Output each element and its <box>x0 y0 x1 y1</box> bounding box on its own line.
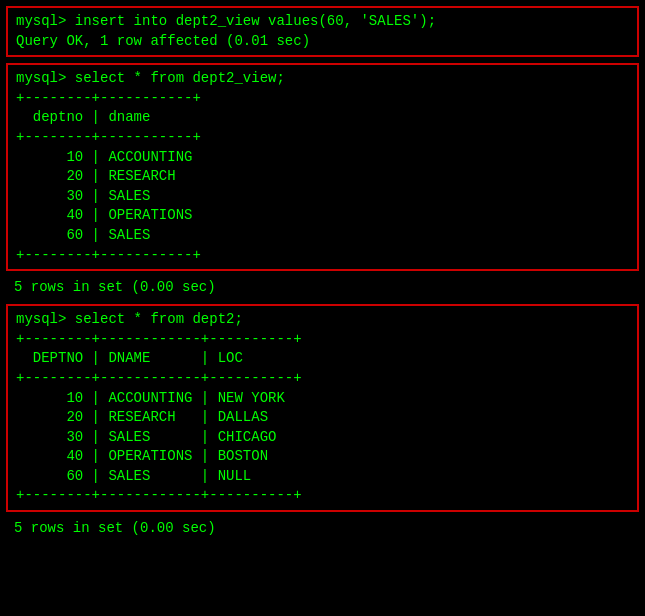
dept2-border-mid: +--------+------------+----------+ <box>16 369 629 389</box>
select-dept2-section: mysql> select * from dept2; +--------+--… <box>6 304 639 512</box>
dept2-border-top: +--------+------------+----------+ <box>16 330 629 350</box>
dept2-border-bot: +--------+------------+----------+ <box>16 486 629 506</box>
terminal: mysql> insert into dept2_view values(60,… <box>0 0 645 616</box>
select-dept2-command: mysql> select * from dept2; <box>16 310 629 330</box>
view-row-1: 10 | ACCOUNTING <box>16 148 629 168</box>
view-border-mid: +--------+-----------+ <box>16 128 629 148</box>
view-row-5: 60 | SALES <box>16 226 629 246</box>
view-footer: 5 rows in set (0.00 sec) <box>0 275 645 300</box>
view-header: deptno | dname <box>16 108 629 128</box>
dept2-row-2: 20 | RESEARCH | DALLAS <box>16 408 629 428</box>
dept2-row-3: 30 | SALES | CHICAGO <box>16 428 629 448</box>
insert-result: Query OK, 1 row affected (0.01 sec) <box>16 32 629 52</box>
select-view-command: mysql> select * from dept2_view; <box>16 69 629 89</box>
view-border-top: +--------+-----------+ <box>16 89 629 109</box>
view-border-bot: +--------+-----------+ <box>16 246 629 266</box>
dept2-row-5: 60 | SALES | NULL <box>16 467 629 487</box>
dept2-row-1: 10 | ACCOUNTING | NEW YORK <box>16 389 629 409</box>
insert-command: mysql> insert into dept2_view values(60,… <box>16 12 629 32</box>
dept2-header: DEPTNO | DNAME | LOC <box>16 349 629 369</box>
dept2-row-4: 40 | OPERATIONS | BOSTON <box>16 447 629 467</box>
view-row-4: 40 | OPERATIONS <box>16 206 629 226</box>
insert-section: mysql> insert into dept2_view values(60,… <box>6 6 639 57</box>
select-view-section: mysql> select * from dept2_view; +------… <box>6 63 639 271</box>
view-row-2: 20 | RESEARCH <box>16 167 629 187</box>
view-row-3: 30 | SALES <box>16 187 629 207</box>
dept2-footer: 5 rows in set (0.00 sec) <box>0 516 645 541</box>
